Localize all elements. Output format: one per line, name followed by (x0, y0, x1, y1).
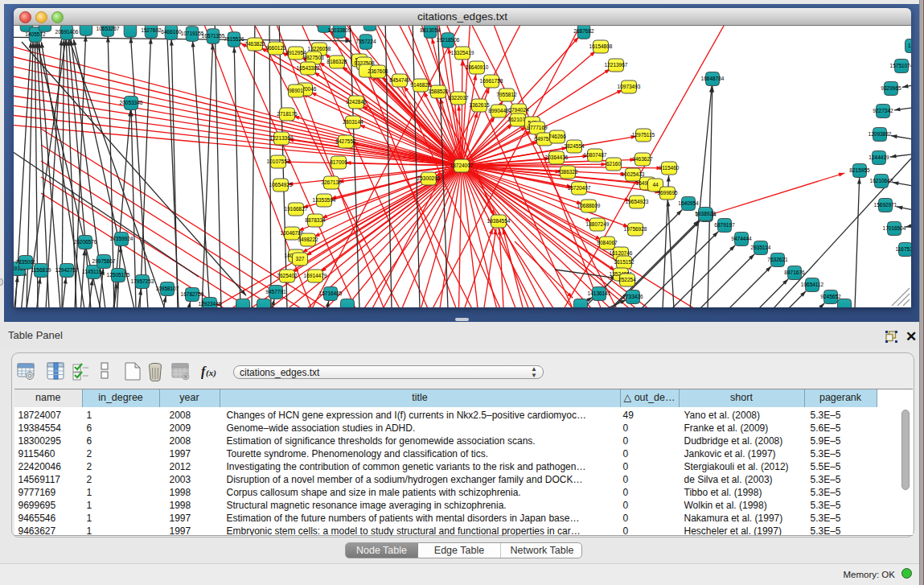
svg-text:7386322: 7386322 (557, 169, 578, 175)
svg-text:9474444: 9474444 (731, 236, 752, 241)
svg-text:13226058: 13226058 (308, 46, 331, 51)
svg-text:19218506: 19218506 (437, 37, 460, 43)
svg-text:327: 327 (296, 256, 305, 262)
svg-text:18724007: 18724007 (450, 163, 474, 168)
svg-text:9242848: 9242848 (346, 99, 367, 105)
svg-text:7625402: 7625402 (277, 273, 298, 278)
svg-text:3267130: 3267130 (321, 179, 342, 185)
svg-text:19166827: 19166827 (285, 206, 308, 212)
svg-text:9227342: 9227342 (873, 108, 893, 113)
svg-text:16154808: 16154808 (589, 43, 613, 49)
svg-text:1640954: 1640954 (678, 200, 699, 206)
svg-text:6466160: 6466160 (161, 29, 182, 35)
svg-text:12505135: 12505135 (107, 272, 130, 278)
svg-text:14136141: 14136141 (588, 290, 611, 296)
svg-text:3498222: 3498222 (298, 237, 318, 242)
svg-text:8813054: 8813054 (420, 27, 441, 33)
svg-text:10719155: 10719155 (181, 31, 204, 36)
svg-text:15716485: 15716485 (319, 290, 343, 296)
svg-text:10025433: 10025433 (622, 171, 645, 177)
svg-text:1156819: 1156819 (31, 267, 51, 273)
svg-text:10688609: 10688609 (577, 203, 601, 208)
svg-text:10107553: 10107553 (267, 159, 290, 164)
svg-text:9699695: 9699695 (657, 190, 678, 196)
svg-text:8215955: 8215955 (849, 167, 870, 173)
svg-text:7357224: 7357224 (355, 39, 376, 44)
svg-text:2803144: 2803144 (343, 119, 363, 125)
svg-text:17016504: 17016504 (883, 225, 906, 231)
svg-text:19384554: 19384554 (487, 218, 511, 224)
svg-text:12213967: 12213967 (605, 62, 628, 68)
svg-text:8427552: 8427552 (335, 138, 356, 144)
svg-text:(x): (x) (206, 368, 216, 378)
svg-text:16543382: 16543382 (297, 65, 320, 71)
svg-text:1244419: 1244419 (869, 154, 889, 160)
svg-text:9115460: 9115460 (659, 165, 680, 171)
svg-text:20053346: 20053346 (120, 100, 143, 105)
svg-text:17957253: 17957253 (131, 278, 154, 284)
svg-text:111: 111 (908, 43, 911, 48)
svg-text:15720407: 15720407 (568, 185, 591, 191)
svg-text:5938923: 5938923 (695, 211, 716, 216)
svg-text:8322037: 8322037 (448, 95, 469, 101)
svg-text:15692971: 15692971 (874, 202, 897, 208)
svg-text:17359924: 17359924 (110, 236, 133, 241)
svg-text:8878334: 8878334 (305, 217, 326, 223)
svg-text:9660123: 9660123 (265, 45, 286, 51)
svg-text:25300295: 25300295 (417, 175, 441, 181)
svg-text:10653267: 10653267 (97, 26, 120, 31)
svg-text:16782759: 16782759 (181, 291, 204, 297)
svg-text:9457791: 9457791 (265, 289, 286, 295)
svg-text:16571355: 16571355 (202, 33, 225, 39)
svg-text:10807487: 10807487 (584, 152, 607, 158)
svg-text:7515526: 7515526 (224, 36, 244, 42)
svg-text:12213369: 12213369 (270, 135, 294, 141)
svg-text:9463627: 9463627 (632, 156, 653, 162)
svg-text:2687682: 2687682 (573, 28, 594, 34)
svg-text:18640910: 18640910 (466, 64, 489, 70)
svg-text:1733426: 1733426 (622, 294, 643, 299)
svg-text:20206576: 20206576 (74, 239, 97, 245)
svg-text:16033809: 16033809 (328, 27, 351, 33)
svg-text:13353594: 13353594 (313, 197, 336, 203)
svg-text:1405572: 1405572 (25, 31, 46, 37)
svg-text:1362615: 1362615 (469, 102, 490, 108)
svg-text:9084067: 9084067 (597, 240, 618, 245)
svg-text:7463822: 7463822 (244, 41, 265, 47)
svg-text:1527602: 1527602 (141, 27, 162, 33)
svg-text:29975867: 29975867 (92, 258, 116, 264)
svg-text:10973493: 10973493 (618, 84, 641, 89)
svg-text:9245652: 9245652 (820, 294, 841, 299)
svg-text:6794024: 6794024 (508, 107, 529, 113)
svg-text:11451194: 11451194 (82, 269, 105, 274)
svg-text:12093882: 12093882 (869, 131, 892, 137)
svg-text:2718176: 2718176 (277, 111, 298, 117)
svg-text:1167533: 1167533 (896, 246, 911, 252)
svg-text:7835061: 7835061 (15, 259, 36, 265)
svg-text:44: 44 (652, 182, 659, 187)
svg-text:9777169: 9777169 (527, 125, 548, 130)
svg-text:12923446: 12923446 (199, 301, 222, 307)
svg-text:8471676: 8471676 (784, 270, 805, 275)
svg-text:746266: 746266 (548, 134, 566, 139)
svg-text:7955812: 7955812 (496, 92, 517, 97)
svg-text:16120746: 16120746 (610, 250, 633, 256)
svg-text:18807249: 18807249 (586, 221, 610, 227)
svg-text:12975115: 12975115 (632, 132, 655, 138)
svg-text:16648784: 16648784 (701, 76, 725, 81)
svg-text:8454749: 8454749 (389, 77, 410, 83)
svg-text:12942757: 12942757 (55, 267, 79, 273)
svg-text:1615152: 1615152 (614, 259, 634, 265)
svg-text:6879197: 6879197 (714, 222, 735, 228)
svg-text:19756928: 19756928 (624, 226, 647, 232)
svg-text:20364436: 20364436 (545, 154, 569, 160)
svg-text:10958107: 10958107 (156, 286, 179, 291)
svg-text:2367608: 2367608 (368, 68, 388, 74)
svg-text:252254: 252254 (618, 277, 636, 282)
svg-text:9146821: 9146821 (410, 82, 431, 88)
svg-text:20691406: 20691406 (55, 29, 79, 35)
svg-text:3824554: 3824554 (564, 143, 585, 149)
svg-text:7632621: 7632621 (767, 257, 788, 262)
svg-text:9827503: 9827503 (303, 55, 324, 60)
svg-text:817006: 817006 (330, 159, 347, 165)
